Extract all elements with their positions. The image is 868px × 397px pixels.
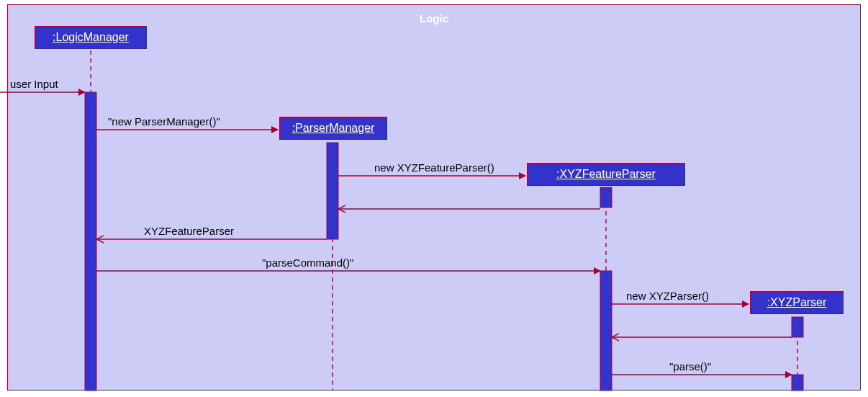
msg-label-user-input: user Input bbox=[10, 78, 58, 90]
diagram-svg bbox=[0, 0, 868, 397]
activation-logicmanager bbox=[85, 92, 96, 391]
activation-xyzfeatureparser-1 bbox=[600, 187, 612, 208]
sequence-diagram-canvas: Logic bbox=[0, 0, 868, 397]
msg-label-parse: "parse()" bbox=[669, 360, 711, 373]
activation-xyzparser-1 bbox=[792, 317, 803, 337]
activation-xyzparser-2 bbox=[792, 375, 803, 391]
activation-xyzfeatureparser-2 bbox=[600, 271, 612, 391]
participant-logicmanager: :LogicManager bbox=[35, 26, 147, 49]
msg-label-new-xyzparser: new XYZParser() bbox=[626, 290, 709, 302]
msg-label-parsecommand: "parseCommand()" bbox=[262, 257, 353, 269]
participant-parsermanager: :ParserManager bbox=[279, 117, 387, 140]
participant-xyzparser: :XYZParser bbox=[750, 291, 844, 314]
participant-xyzfeatureparser: :XYZFeatureParser bbox=[527, 163, 685, 186]
msg-label-new-xyzfeatureparser: new XYZFeatureParser() bbox=[374, 161, 494, 174]
msg-label-return-xyzfeatureparser: XYZFeatureParser bbox=[144, 225, 234, 237]
msg-label-new-parsermanager: "new ParserManager()" bbox=[108, 115, 220, 128]
activation-parsermanager bbox=[327, 143, 338, 239]
